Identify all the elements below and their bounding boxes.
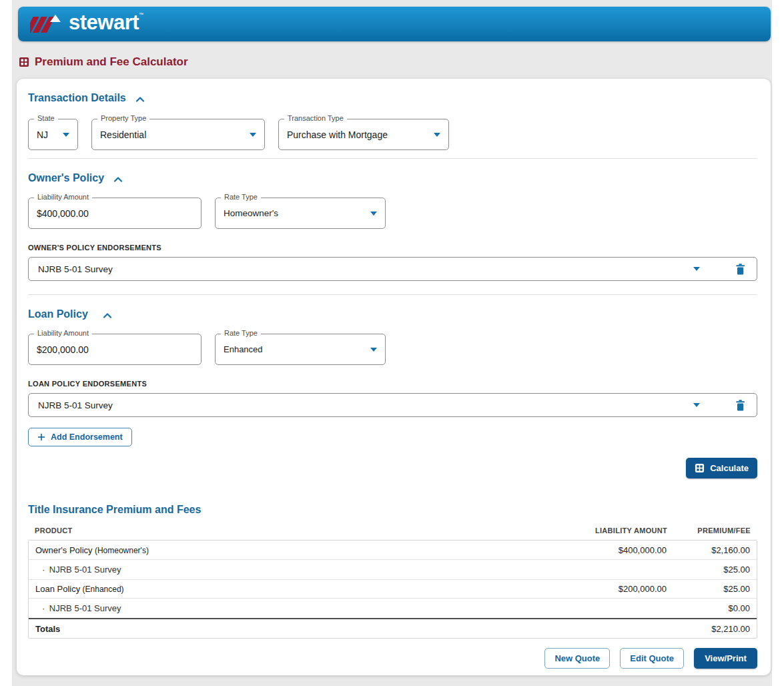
section-divider (28, 294, 757, 295)
loan-endorsement-value: NJRB 5-01 Survey (38, 400, 693, 410)
loan-endorsement-select[interactable]: NJRB 5-01 Survey (28, 393, 757, 417)
transaction-type-select[interactable]: Transaction Type Purchase with Mortgage (278, 119, 449, 150)
property-type-select[interactable]: Property Type Residential (91, 119, 265, 150)
calculate-row: Calculate (28, 458, 757, 478)
table-row: NJRB 5-01 Survey$25.00 (29, 559, 757, 579)
calculator-icon (695, 463, 705, 473)
trash-icon (735, 399, 746, 412)
state-label: State (34, 114, 58, 122)
owners-endorsement-caret-wrap (693, 267, 733, 271)
dropdown-caret-icon (434, 133, 440, 137)
loan-liability-input[interactable]: Liability Amount $200,000.00 (28, 334, 202, 365)
loan-policy-title: Loan Policy (28, 308, 88, 320)
results-title: Title Insurance Premium and Fees (28, 504, 757, 516)
loan-policy-fields-row: Liability Amount $200,000.00 Rate Type E… (28, 334, 757, 365)
owners-policy-header: Owner's Policy (28, 172, 757, 184)
state-value: NJ (37, 129, 48, 140)
row-product: NJRB 5-01 Survey (35, 603, 556, 613)
column-header-liability: LIABILITY AMOUNT (557, 527, 667, 535)
dropdown-caret-icon (693, 267, 700, 271)
loan-liability-label: Liability Amount (34, 329, 92, 337)
transaction-details-header: Transaction Details (28, 92, 757, 104)
loan-policy-header: Loan Policy (28, 308, 757, 320)
row-rate-type: (Enhanced) (80, 585, 123, 594)
loan-liability-value: $200,000.00 (37, 344, 89, 355)
chevron-up-icon[interactable] (135, 96, 145, 102)
app-header: stewart™ (18, 7, 771, 41)
owners-policy-title: Owner's Policy (28, 172, 104, 184)
loan-endorsements-label: LOAN POLICY ENDORSEMENTS (28, 380, 757, 388)
owners-rate-type-select[interactable]: Rate Type Homeowner's (215, 198, 386, 229)
calculate-button[interactable]: Calculate (686, 458, 757, 478)
row-liability: $200,000.00 (556, 584, 667, 594)
stewart-logo: stewart™ (30, 11, 143, 37)
dropdown-caret-icon (370, 212, 377, 216)
column-header-premium: PREMIUM/FEE (667, 527, 751, 535)
chevron-up-icon[interactable] (113, 176, 123, 182)
page-background: stewart™ Premium and Fee Calculator Tran… (12, 0, 772, 686)
add-endorsement-label: Add Endorsement (51, 432, 123, 442)
logo-wordmark: stewart (69, 11, 139, 34)
row-premium: $25.00 (667, 584, 750, 594)
edit-quote-button[interactable]: Edit Quote (620, 648, 684, 669)
owners-endorsements-label: OWNER'S POLICY ENDORSEMENTS (28, 244, 757, 252)
row-product: Owner's Policy (Homeowner's) (35, 545, 556, 555)
owners-liability-input[interactable]: Liability Amount $400,000.00 (28, 198, 202, 229)
row-product: Loan Policy (Enhanced) (35, 584, 556, 594)
owners-endorsement-delete-button[interactable] (733, 262, 747, 277)
logo-trademark: ™ (139, 11, 143, 18)
calculator-icon (19, 57, 29, 67)
dropdown-caret-icon (693, 403, 700, 407)
row-premium: $2,160.00 (667, 545, 750, 555)
row-premium: $0.00 (667, 603, 750, 613)
loan-rate-type-label: Rate Type (221, 329, 261, 337)
footer-actions: New Quote Edit Quote View/Print (28, 648, 757, 669)
table-row: Loan Policy (Enhanced)$200,000.00$25.00 (29, 579, 757, 598)
results-table-header: PRODUCT LIABILITY AMOUNT PREMIUM/FEE (28, 524, 757, 540)
totals-label: Totals (35, 624, 556, 634)
owners-endorsement-value: NJRB 5-01 Survey (38, 264, 693, 274)
dropdown-caret-icon (63, 133, 69, 137)
owners-liability-label: Liability Amount (34, 193, 92, 201)
owners-rate-type-label: Rate Type (221, 193, 261, 201)
stewart-stripes-icon (30, 13, 65, 37)
row-premium: $25.00 (667, 565, 750, 575)
transaction-type-value: Purchase with Mortgage (287, 129, 388, 140)
owners-endorsement-select[interactable]: NJRB 5-01 Survey (28, 257, 757, 281)
owners-rate-type-value: Homeowner's (224, 208, 278, 218)
loan-endorsement-caret-wrap (693, 403, 733, 407)
transaction-details-title: Transaction Details (28, 92, 126, 104)
view-print-button[interactable]: View/Print (694, 648, 757, 669)
property-type-value: Residential (100, 129, 146, 140)
chevron-up-icon[interactable] (103, 312, 112, 318)
loan-rate-type-value: Enhanced (224, 344, 263, 354)
row-product: NJRB 5-01 Survey (35, 565, 556, 575)
calculator-card: Transaction Details State NJ Property Ty… (17, 79, 771, 675)
transaction-type-label: Transaction Type (284, 114, 347, 122)
page-title: Premium and Fee Calculator (35, 55, 188, 69)
loan-rate-type-select[interactable]: Rate Type Enhanced (215, 334, 386, 365)
table-row: NJRB 5-01 Survey$0.00 (29, 598, 757, 618)
section-divider (28, 158, 757, 159)
trash-icon (735, 263, 746, 276)
table-row: Owner's Policy (Homeowner's)$400,000.00$… (29, 541, 757, 559)
dropdown-caret-icon (250, 133, 256, 137)
new-quote-button[interactable]: New Quote (544, 648, 610, 669)
property-type-label: Property Type (97, 114, 149, 122)
calculate-label: Calculate (710, 463, 749, 473)
add-endorsement-button[interactable]: Add Endorsement (28, 428, 132, 446)
dropdown-caret-icon (370, 348, 377, 352)
row-rate-type: (Homeowner's) (93, 546, 149, 555)
owners-liability-value: $400,000.00 (37, 208, 89, 219)
totals-row: Totals $2,210.00 (29, 618, 757, 638)
results-table-body: Owner's Policy (Homeowner's)$400,000.00$… (28, 540, 757, 639)
loan-endorsement-delete-button[interactable] (733, 398, 747, 413)
column-header-product: PRODUCT (35, 527, 557, 535)
owners-policy-fields-row: Liability Amount $400,000.00 Rate Type H… (28, 198, 757, 229)
row-liability: $400,000.00 (556, 545, 667, 555)
page-title-row: Premium and Fee Calculator (19, 55, 772, 69)
state-select[interactable]: State NJ (28, 119, 78, 150)
plus-icon (37, 433, 45, 441)
transaction-fields-row: State NJ Property Type Residential Trans… (28, 119, 757, 150)
totals-premium: $2,210.00 (667, 624, 750, 634)
